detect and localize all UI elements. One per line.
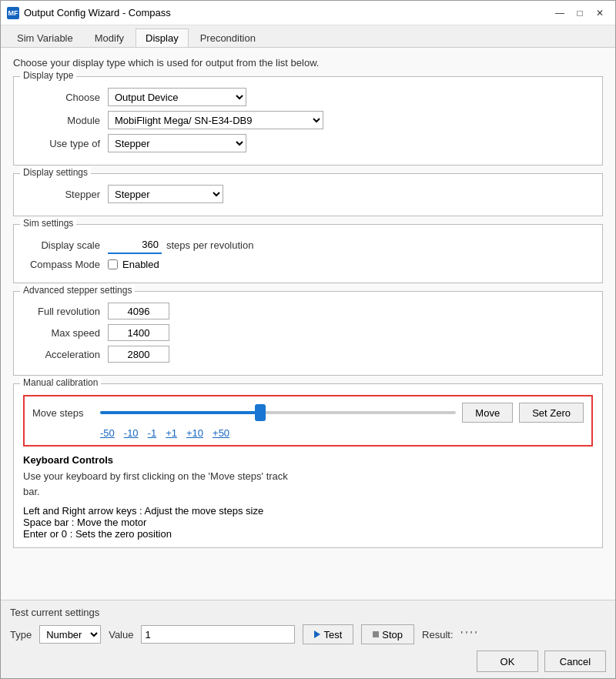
ok-button[interactable]: OK <box>477 651 538 672</box>
step-minus1[interactable]: -1 <box>148 427 157 439</box>
slider-fill <box>100 411 260 414</box>
window-title: Output Config Wizard - Compass <box>24 7 171 18</box>
move-steps-label: Move steps <box>32 407 94 419</box>
tab-display[interactable]: Display <box>136 28 189 47</box>
value-input[interactable] <box>141 625 295 644</box>
full-revolution-input[interactable] <box>108 303 169 319</box>
stepper-label: Stepper <box>23 189 108 200</box>
advanced-stepper-section: Advanced stepper settings Full revolutio… <box>13 291 603 376</box>
use-type-select[interactable]: StepperServoLED <box>108 134 246 152</box>
keyboard-desc: Use your keyboard by first clicking on t… <box>23 469 593 499</box>
module-label: Module <box>23 115 108 126</box>
intro-text: Choose your display type which is used f… <box>13 57 603 69</box>
set-zero-button[interactable]: Set Zero <box>519 403 584 423</box>
result-label: Result: <box>422 629 453 641</box>
step-buttons-row: -50 -10 -1 +1 +10 +50 <box>32 427 584 439</box>
keyboard-desc-line1: Use your keyboard by first clicking on t… <box>23 470 288 482</box>
minimize-button[interactable]: — <box>551 5 569 21</box>
title-controls: — □ ✕ <box>551 5 609 21</box>
result-value: ' ' ' ' <box>461 629 477 641</box>
stepper-row: Stepper Stepper <box>23 185 593 203</box>
full-revolution-label: Full revolution <box>23 306 108 317</box>
tab-modify[interactable]: Modify <box>85 28 134 47</box>
tab-precondition[interactable]: Precondition <box>190 28 266 47</box>
compass-mode-row: Compass Mode Enabled <box>23 259 593 270</box>
manual-calibration-title: Manual calibration <box>20 377 101 388</box>
acceleration-row: Acceleration <box>23 346 593 363</box>
step-minus50[interactable]: -50 <box>100 427 115 439</box>
step-plus1[interactable]: +1 <box>166 427 177 439</box>
keyboard-desc-line2: bar. <box>23 486 40 497</box>
advanced-stepper-title: Advanced stepper settings <box>20 285 135 296</box>
test-controls-row: Type NumberString Value Test Stop Result… <box>10 624 606 644</box>
tab-bar: Sim Variable Modify Display Precondition <box>1 25 615 48</box>
step-plus50[interactable]: +50 <box>213 427 229 439</box>
enabled-label: Enabled <box>122 259 159 270</box>
sim-settings-title: Sim settings <box>20 218 76 229</box>
sim-settings-section: Sim settings Display scale steps per rev… <box>13 224 603 283</box>
display-type-section: Display type Choose Output DeviceInput D… <box>13 76 603 166</box>
full-revolution-row: Full revolution <box>23 303 593 319</box>
main-window: MF Output Config Wizard - Compass — □ ✕ … <box>0 0 616 679</box>
max-speed-label: Max speed <box>23 327 108 339</box>
test-row: Test current settings <box>10 607 606 618</box>
acceleration-input[interactable] <box>108 346 169 363</box>
test-section-title: Test current settings <box>10 607 99 618</box>
close-button[interactable]: ✕ <box>591 5 609 21</box>
steps-per-revolution-label: steps per revolution <box>166 239 253 251</box>
main-content: Choose your display type which is used f… <box>1 48 615 600</box>
type-label: Type <box>10 629 32 641</box>
stepper-select[interactable]: Stepper <box>108 185 223 203</box>
display-settings-title: Display settings <box>20 167 91 178</box>
test-button[interactable]: Test <box>303 624 353 644</box>
module-row: Module MobiFlight Mega/ SN-E34-DB9 <box>23 111 593 129</box>
slider-container <box>100 403 456 422</box>
keyboard-title: Keyboard Controls <box>23 454 593 466</box>
ok-cancel-row: OK Cancel <box>10 651 606 672</box>
step-plus10[interactable]: +10 <box>186 427 203 439</box>
title-bar: MF Output Config Wizard - Compass — □ ✕ <box>1 1 615 25</box>
keyboard-controls-list: Left and Right arrow keys : Adjust the m… <box>23 505 593 540</box>
keyboard-controls-section: Keyboard Controls Use your keyboard by f… <box>23 454 593 540</box>
stop-icon <box>373 631 379 637</box>
slider-thumb[interactable] <box>255 404 266 421</box>
enabled-checkbox-row: Enabled <box>108 259 159 270</box>
move-button[interactable]: Move <box>462 403 513 423</box>
choose-label: Choose <box>23 92 108 103</box>
module-select[interactable]: MobiFlight Mega/ SN-E34-DB9 <box>108 111 323 129</box>
keyboard-control-2: Space bar : Move the motor <box>23 517 593 528</box>
type-select[interactable]: NumberString <box>39 625 101 644</box>
step-minus10[interactable]: -10 <box>124 427 139 439</box>
keyboard-control-1: Left and Right arrow keys : Adjust the m… <box>23 505 593 517</box>
use-type-row: Use type of StepperServoLED <box>23 134 593 152</box>
maximize-button[interactable]: □ <box>571 5 589 21</box>
stop-button[interactable]: Stop <box>361 624 414 644</box>
slider-track <box>100 411 456 414</box>
stop-btn-label: Stop <box>382 629 403 641</box>
use-type-label: Use type of <box>23 138 108 149</box>
test-btn-label: Test <box>323 629 342 641</box>
bottom-bar: Test current settings Type NumberString … <box>1 600 615 678</box>
app-icon: MF <box>7 7 19 19</box>
manual-calibration-section: Manual calibration Move steps Move Set <box>13 383 603 548</box>
max-speed-row: Max speed <box>23 324 593 341</box>
compass-mode-label: Compass Mode <box>23 259 108 270</box>
choose-row: Choose Output DeviceInput DeviceVariable <box>23 88 593 106</box>
enabled-checkbox[interactable] <box>108 259 118 269</box>
choose-select[interactable]: Output DeviceInput DeviceVariable <box>108 88 246 106</box>
max-speed-input[interactable] <box>108 324 169 341</box>
keyboard-control-3: Enter or 0 : Sets the zero position <box>23 528 593 540</box>
display-settings-section: Display settings Stepper Stepper <box>13 173 603 216</box>
display-scale-row: Display scale steps per revolution <box>23 236 593 254</box>
value-label: Value <box>109 629 133 641</box>
title-bar-left: MF Output Config Wizard - Compass <box>7 7 171 19</box>
display-type-section-title: Display type <box>20 70 76 81</box>
highlight-box: Move steps Move Set Zero -50 -10 <box>23 395 593 447</box>
move-steps-row: Move steps Move Set Zero <box>32 403 584 423</box>
display-scale-label: Display scale <box>23 239 108 251</box>
display-scale-input[interactable] <box>108 236 162 254</box>
play-icon <box>314 630 320 638</box>
acceleration-label: Acceleration <box>23 349 108 360</box>
tab-sim-variable[interactable]: Sim Variable <box>7 28 83 47</box>
cancel-button[interactable]: Cancel <box>544 651 606 672</box>
